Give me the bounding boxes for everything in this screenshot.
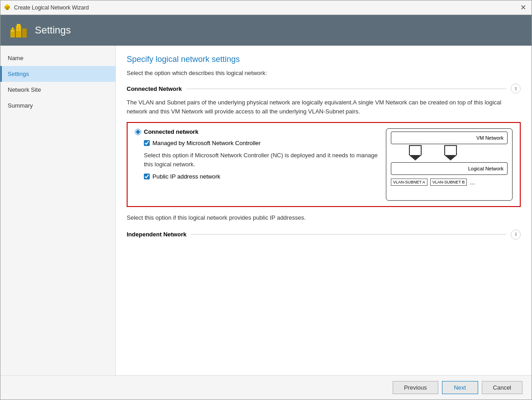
title-bar-left: Create Logical Network Wizard <box>4 4 89 11</box>
independent-network-chevron[interactable]: ⇩ <box>511 230 521 240</box>
sidebar-item-name[interactable]: Name <box>0 50 115 66</box>
subnet-b: VLAN-SUBNET B <box>430 179 467 186</box>
public-ip-checkbox[interactable] <box>144 174 150 179</box>
section-divider <box>186 89 506 89</box>
connected-network-chevron[interactable]: ⇧ <box>511 84 521 94</box>
public-ip-section: Select this option if this logical netwo… <box>127 213 521 222</box>
public-ip-description: Select this option if this logical netwo… <box>127 213 521 222</box>
sidebar: Name Settings Network Site Summary <box>0 46 116 375</box>
network-diagram: VM Network <box>386 128 513 201</box>
connected-network-description: The VLAN and Subnet pairs of the underly… <box>127 98 521 116</box>
page-description: Select the option which describes this l… <box>127 70 521 76</box>
title-bar-text: Create Logical Network Wizard <box>14 5 89 11</box>
content-scroll[interactable]: Specify logical network settings Select … <box>116 46 532 375</box>
cancel-button[interactable]: Cancel <box>482 381 522 394</box>
option-left: Connected network Managed by Microsoft N… <box>135 128 379 201</box>
svg-rect-11 <box>17 27 18 28</box>
footer: Previous Next Cancel <box>0 375 532 400</box>
subnet-dots: ... <box>470 179 475 186</box>
independent-section-divider <box>191 234 506 235</box>
wizard-window: Create Logical Network Wizard ✕ Settings… <box>0 0 532 400</box>
svg-rect-8 <box>22 28 27 38</box>
svg-rect-6 <box>16 26 21 38</box>
svg-rect-12 <box>19 27 20 28</box>
public-ip-checkbox-row: Public IP address network <box>144 173 379 180</box>
wizard-header: Settings <box>0 15 532 46</box>
svg-rect-13 <box>17 29 18 31</box>
managed-checkbox-row: Managed by Microsoft Network Controller <box>144 140 379 146</box>
subnet-a: VLAN-SUBNET A <box>391 179 428 186</box>
sidebar-item-network-site[interactable]: Network Site <box>0 82 115 98</box>
previous-button[interactable]: Previous <box>393 381 438 394</box>
managed-checkbox[interactable] <box>144 140 150 146</box>
sidebar-item-summary[interactable]: Summary <box>0 98 115 113</box>
independent-network-header: Independent Network ⇩ <box>127 230 521 240</box>
sidebar-item-settings[interactable]: Settings <box>0 66 115 82</box>
managed-checkbox-label: Managed by Microsoft Network Controller <box>152 140 261 146</box>
title-bar-icon <box>4 4 11 11</box>
next-button[interactable]: Next <box>442 381 478 394</box>
svg-rect-5 <box>12 28 14 29</box>
svg-rect-9 <box>11 30 12 32</box>
connected-network-radio-label[interactable]: Connected network <box>135 128 379 135</box>
page-title: Specify logical network settings <box>127 55 521 64</box>
content-area: Specify logical network settings Select … <box>116 46 532 375</box>
option-diagram: VM Network <box>386 128 513 201</box>
managed-description: Select this option if Microsoft Network … <box>144 151 379 169</box>
connected-network-header: Connected Network ⇧ <box>127 84 521 94</box>
close-icon[interactable]: ✕ <box>518 3 528 12</box>
settings-icon <box>10 21 28 39</box>
main-area: Name Settings Network Site Summary Speci… <box>0 46 532 375</box>
connected-network-radio[interactable] <box>135 129 141 135</box>
svg-rect-7 <box>17 24 20 27</box>
public-ip-checkbox-label: Public IP address network <box>152 173 220 180</box>
independent-network-title: Independent Network <box>127 231 186 238</box>
connected-network-title: Connected Network <box>127 85 182 92</box>
connected-network-option-box: Connected network Managed by Microsoft N… <box>127 122 521 207</box>
header-title: Settings <box>35 24 71 36</box>
svg-rect-14 <box>19 29 20 31</box>
logical-network-label: Logical Network <box>468 166 504 171</box>
vm-network-label: VM Network <box>476 135 504 141</box>
title-bar: Create Logical Network Wizard ✕ <box>0 0 532 15</box>
svg-rect-10 <box>13 30 14 32</box>
svg-rect-3 <box>6 7 9 10</box>
